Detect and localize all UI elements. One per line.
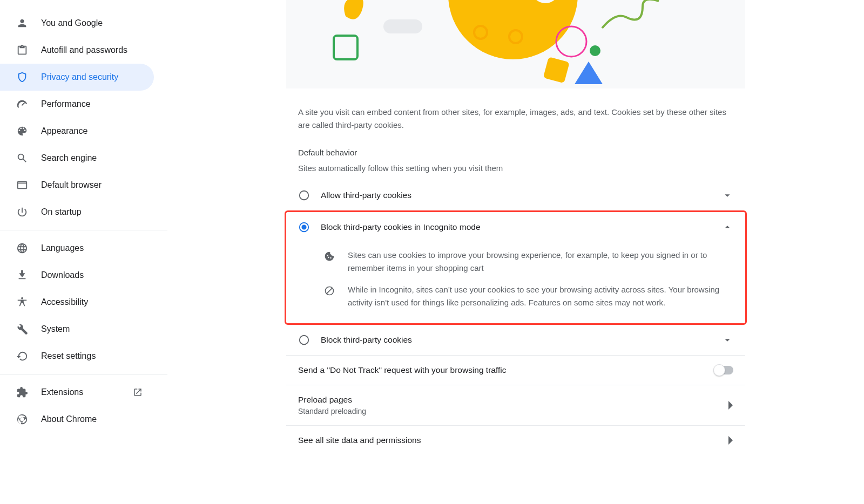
detail-row: Sites can use cookies to improve your br… — [298, 244, 733, 279]
option-label: Allow third-party cookies — [321, 190, 721, 200]
sidebar-item-label: Appearance — [41, 126, 143, 136]
option-label: Block third-party cookies — [321, 335, 721, 345]
globe-icon — [16, 242, 28, 254]
sidebar-item-label: Reset settings — [41, 351, 143, 361]
detail-text: While in Incognito, sites can't use your… — [348, 283, 733, 309]
option-block-incognito[interactable]: Block third-party cookies in Incognito m… — [286, 212, 745, 242]
preload-pages-row[interactable]: Preload pages Standard preloading — [286, 385, 745, 425]
hero-illustration — [286, 0, 745, 88]
chevron-right-icon — [728, 401, 733, 410]
sidebar-item-label: Performance — [41, 99, 143, 109]
radio-unselected-icon[interactable] — [298, 189, 310, 201]
svg-rect-8 — [543, 57, 570, 83]
diamond-shape-icon — [538, 52, 576, 88]
sidebar-item-reset-settings[interactable]: Reset settings — [0, 343, 154, 370]
sidebar-item-label: Privacy and security — [41, 72, 143, 82]
svg-rect-4 — [334, 36, 357, 59]
speedometer-icon — [16, 98, 28, 110]
sidebar-item-accessibility[interactable]: Accessibility — [0, 289, 154, 316]
sidebar-item-downloads[interactable]: Downloads — [0, 262, 154, 289]
triangle-shape-icon — [572, 59, 605, 86]
sidebar-item-label: Languages — [41, 243, 143, 253]
person-icon — [16, 17, 28, 29]
svg-point-11 — [301, 224, 306, 229]
sidebar-item-languages[interactable]: Languages — [0, 235, 154, 262]
option-block-incognito-highlight: Block third-party cookies in Incognito m… — [285, 210, 747, 325]
sidebar-item-extensions[interactable]: Extensions — [0, 379, 154, 406]
default-behavior-heading: Default behavior — [286, 132, 745, 157]
reset-icon — [16, 350, 28, 362]
svg-rect-5 — [383, 19, 422, 33]
default-behavior-subtext: Sites automatically follow this setting … — [286, 157, 745, 180]
power-icon — [16, 206, 28, 218]
pill-shape-icon — [383, 15, 427, 37]
sidebar-group: Languages Downloads Accessibility System… — [0, 230, 167, 374]
wrench-icon — [16, 323, 28, 335]
preload-subtitle: Standard preloading — [298, 407, 728, 416]
settings-sidebar: You and Google Autofill and passwords Pr… — [0, 0, 167, 504]
option-label: Block third-party cookies in Incognito m… — [321, 222, 721, 232]
extension-icon — [16, 386, 28, 398]
svg-point-7 — [590, 45, 600, 56]
block-icon — [323, 284, 336, 297]
search-icon — [16, 152, 28, 164]
detail-row: While in Incognito, sites can't use your… — [298, 279, 733, 314]
see-all-site-data-row[interactable]: See all site data and permissions — [286, 425, 745, 455]
shield-icon — [16, 71, 28, 83]
sidebar-item-autofill[interactable]: Autofill and passwords — [0, 37, 154, 64]
accessibility-icon — [16, 296, 28, 308]
intro-text: A site you visit can embed content from … — [286, 88, 745, 132]
sidebar-item-privacy-security[interactable]: Privacy and security — [0, 64, 154, 91]
square-shape-icon — [330, 32, 363, 65]
option-block-all[interactable]: Block third-party cookies — [286, 325, 745, 355]
svg-point-12 — [300, 336, 309, 345]
sidebar-item-about-chrome[interactable]: About Chrome — [0, 406, 154, 433]
sidebar-item-label: On startup — [41, 207, 143, 217]
sidebar-item-label: About Chrome — [41, 414, 143, 424]
sidebar-item-label: System — [41, 324, 143, 334]
option-allow-third-party[interactable]: Allow third-party cookies — [286, 180, 745, 210]
sidebar-item-label: You and Google — [41, 18, 143, 28]
sidebar-group: You and Google Autofill and passwords Pr… — [0, 5, 167, 230]
dot-shape-icon — [589, 44, 602, 57]
radio-unselected-icon[interactable] — [298, 334, 310, 346]
sidebar-item-performance[interactable]: Performance — [0, 91, 154, 118]
radio-selected-icon[interactable] — [298, 221, 310, 233]
sidebar-item-label: Downloads — [41, 270, 143, 280]
cookie-icon — [323, 250, 336, 263]
sidebar-item-label: Default browser — [41, 180, 143, 190]
sidebar-item-label: Accessibility — [41, 297, 143, 307]
palette-icon — [16, 125, 28, 137]
sidebar-item-default-browser[interactable]: Default browser — [0, 172, 154, 199]
sidebar-item-appearance[interactable]: Appearance — [0, 118, 154, 145]
sidebar-item-search-engine[interactable]: Search engine — [0, 145, 154, 172]
sidebar-item-on-startup[interactable]: On startup — [0, 199, 154, 226]
chevron-right-icon — [728, 436, 733, 445]
do-not-track-toggle[interactable] — [714, 366, 733, 374]
squiggle-shape-icon — [599, 0, 664, 39]
sidebar-item-label: Autofill and passwords — [41, 45, 143, 55]
download-icon — [16, 269, 28, 281]
sidebar-group: Extensions About Chrome — [0, 374, 167, 437]
do-not-track-row[interactable]: Send a "Do Not Track" request with your … — [286, 355, 745, 385]
open-in-new-icon — [132, 387, 143, 398]
chevron-down-icon[interactable] — [721, 189, 733, 201]
chrome-icon — [16, 413, 28, 425]
svg-point-9 — [300, 191, 309, 200]
do-not-track-label: Send a "Do Not Track" request with your … — [298, 365, 714, 375]
main-content-area: A site you visit can embed content from … — [167, 0, 864, 504]
see-all-title: See all site data and permissions — [298, 435, 728, 445]
detail-text: Sites can use cookies to improve your br… — [348, 249, 733, 275]
chevron-down-icon[interactable] — [721, 334, 733, 346]
preload-title: Preload pages — [298, 395, 728, 405]
option-block-incognito-details: Sites can use cookies to improve your br… — [286, 242, 745, 323]
sidebar-item-label: Search engine — [41, 153, 143, 163]
sidebar-item-you-and-google[interactable]: You and Google — [0, 10, 154, 37]
blob-shape-icon — [340, 0, 367, 22]
chevron-up-icon[interactable] — [721, 221, 733, 233]
clipboard-icon — [16, 44, 28, 56]
sidebar-item-system[interactable]: System — [0, 316, 154, 343]
cookies-settings-panel: A site you visit can embed content from … — [286, 0, 745, 504]
sidebar-item-label: Extensions — [41, 387, 132, 397]
browser-icon — [16, 179, 28, 191]
